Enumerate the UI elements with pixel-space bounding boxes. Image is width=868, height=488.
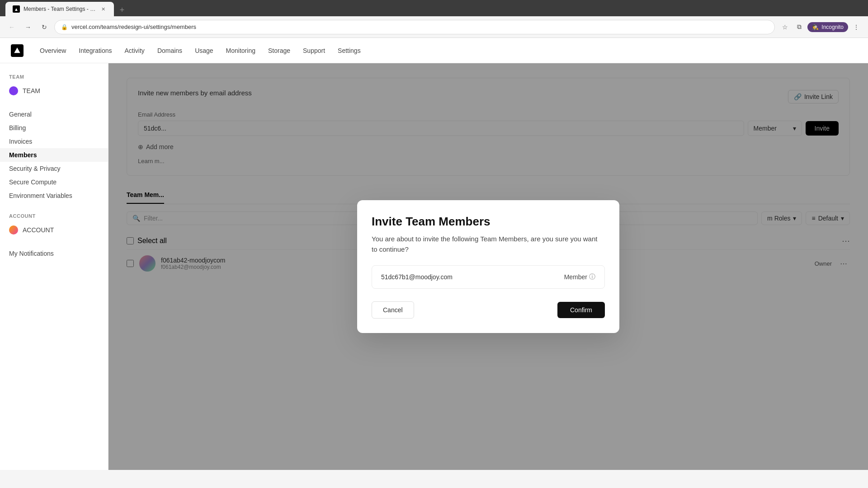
- browser-toolbar: ← → ↻ 🔒 vercel.com/teams/redesign-ui/set…: [0, 16, 868, 38]
- svg-marker-0: [14, 47, 20, 53]
- browser-chrome: ▲ Members - Team Settings - Da... ✕ + ← …: [0, 0, 868, 38]
- tab-close-button[interactable]: ✕: [99, 5, 107, 13]
- nav-link-settings[interactable]: Settings: [332, 44, 366, 57]
- account-section-label: ACCOUNT: [0, 211, 108, 222]
- split-screen-button[interactable]: ⧉: [793, 21, 806, 33]
- confirm-button[interactable]: Confirm: [557, 302, 605, 318]
- nav-logo: [11, 44, 24, 57]
- incognito-icon: 🕵: [812, 24, 819, 30]
- sidebar-item-members[interactable]: Members: [0, 148, 108, 162]
- modal-overlay: Invite Team Members You are about to inv…: [108, 63, 868, 470]
- address-bar[interactable]: 🔒 vercel.com/teams/redesign-ui/settings/…: [54, 20, 775, 34]
- sidebar-item-general[interactable]: General: [0, 108, 108, 121]
- modal-invite-email: 51dc67b1@moodjoy.com: [381, 273, 453, 281]
- nav-link-activity[interactable]: Activity: [119, 44, 150, 57]
- account-avatar: [9, 225, 18, 235]
- sidebar-item-security-privacy[interactable]: Security & Privacy: [0, 162, 108, 175]
- url-text: vercel.com/teams/redesign-ui/settings/me…: [71, 23, 768, 30]
- sidebar-item-secure-compute[interactable]: Secure Compute: [0, 175, 108, 189]
- toolbar-actions: ☆ ⧉ 🕵 Incognito ⋮: [778, 21, 863, 33]
- account-name: ACCOUNT: [23, 226, 54, 234]
- sidebar-item-account[interactable]: ACCOUNT: [0, 222, 108, 238]
- nav-links: Overview Integrations Activity Domains U…: [34, 44, 366, 57]
- content-area: Invite new members by email address 🔗 In…: [108, 63, 868, 470]
- invite-modal: Invite Team Members You are about to inv…: [357, 200, 619, 333]
- nav-link-overview[interactable]: Overview: [34, 44, 71, 57]
- app-container: Overview Integrations Activity Domains U…: [0, 38, 868, 470]
- cancel-button[interactable]: Cancel: [372, 301, 414, 319]
- nav-link-domains[interactable]: Domains: [152, 44, 188, 57]
- incognito-badge[interactable]: 🕵 Incognito: [807, 22, 848, 32]
- nav-link-support[interactable]: Support: [297, 44, 330, 57]
- nav-link-storage[interactable]: Storage: [263, 44, 296, 57]
- main-content: TEAM TEAM General Billing Invoices Membe…: [0, 63, 868, 470]
- modal-title: Invite Team Members: [372, 215, 605, 229]
- forward-button[interactable]: →: [22, 21, 34, 33]
- team-section-label: TEAM: [0, 72, 108, 83]
- menu-button[interactable]: ⋮: [850, 21, 863, 33]
- sidebar-item-billing[interactable]: Billing: [0, 121, 108, 135]
- sidebar-item-invoices[interactable]: Invoices: [0, 135, 108, 148]
- active-tab[interactable]: ▲ Members - Team Settings - Da... ✕: [5, 2, 114, 16]
- modal-member-role: Member ⓘ: [564, 273, 595, 281]
- team-avatar: [9, 86, 18, 95]
- info-icon: ⓘ: [589, 273, 595, 281]
- ssl-lock-icon: 🔒: [61, 24, 68, 30]
- nav-link-integrations[interactable]: Integrations: [73, 44, 117, 57]
- sidebar-item-env-vars[interactable]: Environment Variables: [0, 189, 108, 202]
- modal-member-item: 51dc67b1@moodjoy.com Member ⓘ: [381, 273, 595, 281]
- modal-member-list: 51dc67b1@moodjoy.com Member ⓘ: [372, 265, 605, 289]
- nav-link-monitoring[interactable]: Monitoring: [221, 44, 261, 57]
- top-nav: Overview Integrations Activity Domains U…: [0, 38, 868, 63]
- modal-description: You are about to invite the following Te…: [372, 234, 605, 254]
- team-name: TEAM: [23, 87, 40, 94]
- sidebar-item-notifications[interactable]: My Notifications: [0, 247, 108, 260]
- new-tab-button[interactable]: +: [116, 4, 128, 16]
- modal-role-label: Member: [564, 273, 587, 281]
- reload-button[interactable]: ↻: [38, 21, 51, 33]
- tab-bar: ▲ Members - Team Settings - Da... ✕ +: [0, 0, 868, 16]
- incognito-label: Incognito: [821, 24, 844, 30]
- modal-actions: Cancel Confirm: [372, 301, 605, 319]
- nav-link-usage[interactable]: Usage: [189, 44, 218, 57]
- tab-favicon: ▲: [13, 5, 20, 13]
- tab-title: Members - Team Settings - Da...: [24, 6, 96, 12]
- sidebar: TEAM TEAM General Billing Invoices Membe…: [0, 63, 108, 470]
- back-button[interactable]: ←: [5, 21, 18, 33]
- sidebar-item-team[interactable]: TEAM: [0, 83, 108, 99]
- vercel-logo-icon: [14, 47, 21, 54]
- bookmark-button[interactable]: ☆: [778, 21, 791, 33]
